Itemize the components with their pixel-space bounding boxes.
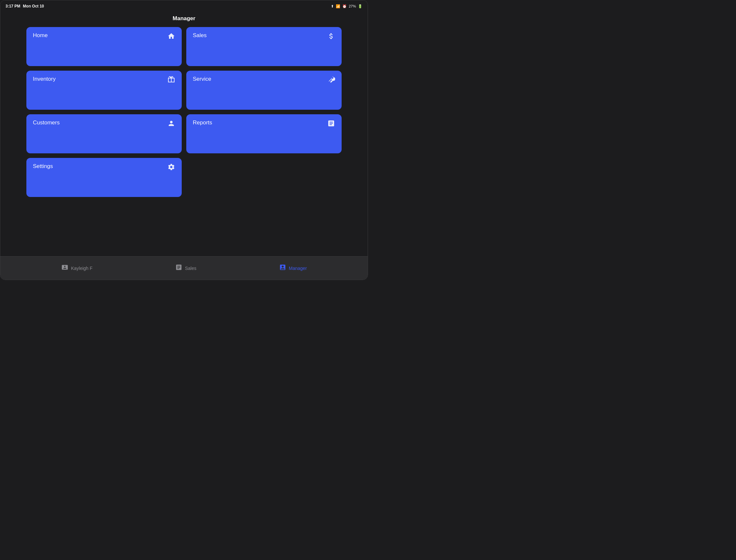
tile-customers-label: Customers [33,119,175,126]
tab-employee[interactable]: Kayleigh F [56,261,98,275]
tile-inventory-label: Inventory [33,76,175,82]
tab-employee-label: Kayleigh F [71,266,92,271]
main-content: Home Sales Inventory [0,27,368,202]
tab-manager[interactable]: Manager [274,261,312,275]
tile-home[interactable]: Home [26,27,182,66]
status-time: 3:17 PM [6,4,20,8]
tile-settings[interactable]: Settings [26,158,182,197]
alarm-icon: ⏰ [342,4,347,8]
sales-tab-icon [175,264,182,273]
customers-icon [167,119,175,129]
wifi-icon: 📶 [336,4,340,8]
tile-row-2: Inventory Service [26,71,342,110]
tab-bar: Kayleigh F Sales Manager [0,256,368,280]
status-time-date: 3:17 PM Mon Oct 10 [6,4,44,8]
tile-inventory[interactable]: Inventory [26,71,182,110]
tile-service[interactable]: Service [186,71,342,110]
tile-customers[interactable]: Customers [26,114,182,153]
tile-sales[interactable]: Sales [186,27,342,66]
status-indicators: ⬆ 📶 ⏰ 27% 🔋 [331,4,362,8]
tile-row-4: Settings [26,158,342,197]
battery-percentage: 27% [349,4,356,8]
tile-reports-label: Reports [193,119,335,126]
tab-manager-label: Manager [289,266,307,271]
tile-reports[interactable]: Reports [186,114,342,153]
status-date: Mon Oct 10 [23,4,44,8]
sales-icon [327,32,335,42]
reports-icon [327,119,335,129]
page-title: Manager [0,12,368,27]
manager-tab-icon [279,264,286,273]
status-bar: 3:17 PM Mon Oct 10 ⬆ 📶 ⏰ 27% 🔋 [0,0,368,12]
tile-row-3: Customers Reports [26,114,342,153]
settings-icon [167,163,175,173]
tile-row-1: Home Sales [26,27,342,66]
employee-tab-icon [61,264,68,273]
location-icon: ⬆ [331,4,334,8]
service-icon [327,76,335,86]
tile-settings-label: Settings [33,163,175,170]
tab-sales[interactable]: Sales [170,261,202,275]
tab-sales-label: Sales [185,266,196,271]
battery-icon: 🔋 [358,4,362,8]
inventory-icon [167,76,175,86]
tile-service-label: Service [193,76,335,82]
tile-home-label: Home [33,32,175,39]
home-icon [167,32,175,42]
tile-sales-label: Sales [193,32,335,39]
